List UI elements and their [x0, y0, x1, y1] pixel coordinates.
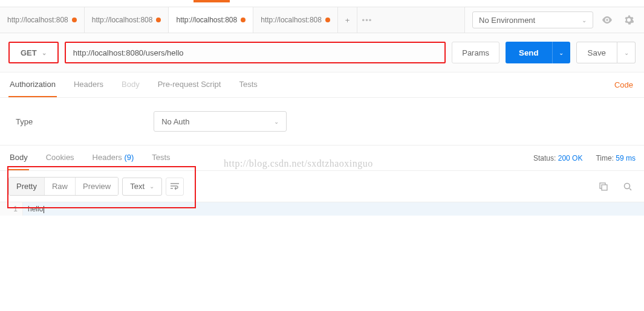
tab-body[interactable]: Body — [120, 72, 141, 97]
chevron-down-icon: ⌄ — [149, 183, 154, 190]
tab-authorization[interactable]: Authorization — [8, 72, 57, 97]
svg-rect-2 — [602, 185, 607, 190]
svg-point-0 — [606, 19, 608, 21]
params-label: Params — [462, 48, 489, 57]
tab-title: http://localhost:808 — [92, 16, 153, 24]
request-tab[interactable]: http://localhost:808 — [0, 7, 85, 33]
wrap-icon — [171, 183, 179, 190]
response-tabs: Body Cookies Headers (9) Tests Status: 2… — [0, 146, 644, 171]
more-tabs-button[interactable]: ••• — [357, 7, 377, 33]
resp-tab-cookies[interactable]: Cookies — [45, 146, 76, 170]
status-block: Status: 200 OK — [533, 154, 582, 162]
send-dropdown[interactable]: ⌄ — [552, 42, 570, 63]
copy-button[interactable] — [596, 179, 611, 194]
method-dropdown[interactable]: GET ⌄ — [8, 42, 59, 63]
tab-title: http://localhost:808 — [7, 16, 68, 24]
chevron-down-icon: ⌄ — [582, 17, 587, 24]
response-view-bar: Pretty Raw Preview Text ⌄ — [0, 171, 644, 202]
auth-type-value: No Auth — [161, 117, 189, 126]
unsaved-dot-icon — [325, 18, 330, 22]
request-bar: GET ⌄ http://localhost:8080/users/hello … — [0, 33, 644, 72]
environment-selected: No Environment — [479, 16, 535, 25]
new-tab-button[interactable]: + — [338, 7, 357, 33]
line-number: 1 — [0, 202, 23, 216]
format-value: Text — [130, 182, 145, 191]
resp-tab-headers[interactable]: Headers (9) — [91, 146, 135, 170]
view-raw[interactable]: Raw — [45, 178, 76, 195]
save-button[interactable]: Save — [576, 42, 617, 63]
url-input[interactable]: http://localhost:8080/users/hello — [65, 42, 446, 63]
request-tab[interactable]: http://localhost:808 — [85, 7, 169, 33]
code-line: 1 hello — [0, 202, 644, 216]
authorization-panel: Type No Auth ⌄ — [0, 98, 644, 146]
unsaved-dot-icon — [241, 18, 246, 22]
quick-look-button[interactable] — [599, 12, 615, 28]
gear-icon — [624, 15, 634, 25]
auth-type-dropdown[interactable]: No Auth ⌄ — [154, 111, 287, 132]
time-block: Time: 59 ms — [596, 154, 636, 162]
time-value: 59 ms — [616, 154, 636, 162]
resp-headers-count: (9) — [124, 153, 134, 162]
time-label: Time: — [596, 154, 614, 162]
tab-title: http://localhost:808 — [261, 16, 322, 24]
resp-headers-label: Headers — [93, 153, 122, 162]
chevron-down-icon: ⌄ — [42, 50, 47, 56]
environment-box: No Environment ⌄ — [464, 7, 644, 33]
resp-tab-body[interactable]: Body — [8, 146, 29, 170]
response-body: 1 hello — [0, 202, 644, 216]
tab-tests[interactable]: Tests — [238, 72, 258, 97]
send-group: Send ⌄ — [506, 42, 570, 63]
app-top-border — [0, 0, 644, 7]
method-label: GET — [21, 48, 37, 57]
environment-dropdown[interactable]: No Environment ⌄ — [472, 11, 593, 28]
save-group: Save ⌄ — [576, 42, 636, 63]
line-text[interactable]: hello — [23, 202, 644, 216]
view-mode-segment: Pretty Raw Preview — [8, 177, 119, 196]
resp-tab-tests[interactable]: Tests — [151, 146, 171, 170]
chevron-down-icon: ⌄ — [559, 50, 564, 56]
status-label: Status: — [533, 154, 556, 162]
tab-title: http://localhost:808 — [176, 16, 237, 24]
url-value: http://localhost:8080/users/hello — [73, 48, 184, 57]
view-pretty[interactable]: Pretty — [9, 178, 45, 195]
search-icon — [623, 182, 632, 191]
app-top-accent — [194, 0, 230, 2]
tab-row: http://localhost:808 http://localhost:80… — [0, 7, 644, 33]
settings-button[interactable] — [621, 12, 637, 28]
unsaved-dot-icon — [72, 18, 77, 22]
format-dropdown[interactable]: Text ⌄ — [122, 178, 162, 196]
request-tab[interactable]: http://localhost:808 — [253, 7, 338, 33]
request-tabs: http://localhost:808 http://localhost:80… — [0, 7, 464, 33]
wrap-lines-toggle[interactable] — [166, 178, 184, 196]
save-label: Save — [588, 48, 606, 57]
send-label: Send — [519, 48, 539, 57]
status-value: 200 OK — [558, 154, 583, 162]
code-link[interactable]: Code — [612, 73, 636, 97]
text-cursor — [44, 206, 44, 213]
send-button[interactable]: Send — [506, 42, 552, 63]
copy-icon — [599, 182, 608, 191]
tab-prerequest[interactable]: Pre-request Script — [157, 72, 223, 97]
svg-point-3 — [625, 183, 630, 188]
unsaved-dot-icon — [156, 18, 161, 22]
svg-line-4 — [629, 188, 631, 190]
tab-headers[interactable]: Headers — [73, 72, 105, 97]
search-button[interactable] — [620, 179, 636, 194]
eye-icon — [602, 16, 613, 24]
request-subtabs: Authorization Headers Body Pre-request S… — [0, 72, 644, 98]
chevron-down-icon: ⌄ — [624, 50, 629, 56]
auth-type-label: Type — [16, 117, 33, 126]
params-button[interactable]: Params — [452, 42, 499, 63]
view-preview[interactable]: Preview — [76, 178, 118, 195]
request-tab-active[interactable]: http://localhost:808 — [169, 7, 253, 33]
save-dropdown[interactable]: ⌄ — [617, 42, 636, 63]
chevron-down-icon: ⌄ — [274, 118, 279, 125]
